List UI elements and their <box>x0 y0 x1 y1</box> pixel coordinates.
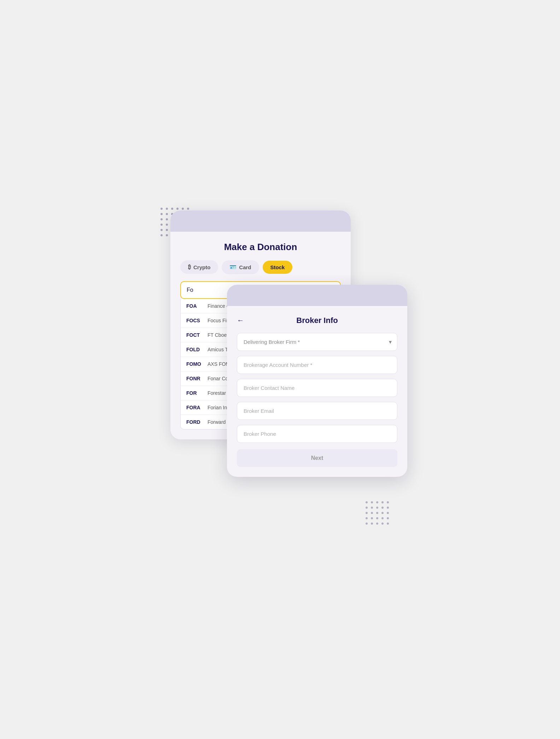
tab-card-label: Card <box>239 264 251 270</box>
scene: Make a Donation ₿ Crypto 🪪 Card Stock FO… <box>170 210 390 529</box>
next-button[interactable]: Next <box>237 449 397 467</box>
svg-point-59 <box>381 523 384 525</box>
svg-point-30 <box>161 234 163 236</box>
svg-point-25 <box>166 229 168 231</box>
svg-point-46 <box>366 512 368 514</box>
svg-point-53 <box>376 517 378 519</box>
svg-point-39 <box>381 501 384 503</box>
svg-point-6 <box>161 213 163 215</box>
svg-point-55 <box>387 517 389 519</box>
card-icon: 🪪 <box>229 264 237 271</box>
tab-stock[interactable]: Stock <box>263 261 293 274</box>
svg-point-1 <box>166 208 168 210</box>
svg-point-37 <box>371 501 373 503</box>
svg-point-54 <box>381 517 384 519</box>
svg-point-3 <box>176 208 179 210</box>
tab-card[interactable]: 🪪 Card <box>222 260 259 274</box>
svg-point-58 <box>376 523 378 525</box>
broker-info-card: ← Broker Info Delivering Broker Firm * ▾… <box>227 285 407 477</box>
svg-point-52 <box>371 517 373 519</box>
ticker-for: FOR <box>186 390 208 396</box>
ticker-fold: FOLD <box>186 347 208 352</box>
svg-point-43 <box>376 507 378 509</box>
svg-point-24 <box>161 229 163 231</box>
back-arrow-icon[interactable]: ← <box>237 316 244 324</box>
donation-card-header <box>170 210 351 232</box>
svg-point-44 <box>381 507 384 509</box>
bitcoin-icon: ₿ <box>188 264 191 270</box>
svg-point-56 <box>366 523 368 525</box>
ticker-ford: FORD <box>186 419 208 425</box>
dots-decoration-bottomright <box>365 501 393 529</box>
svg-point-45 <box>387 507 389 509</box>
delivering-broker-wrapper: Delivering Broker Firm * ▾ <box>237 333 397 351</box>
brokerage-account-input[interactable] <box>237 356 397 374</box>
broker-contact-input[interactable] <box>237 379 397 397</box>
svg-point-42 <box>371 507 373 509</box>
broker-phone-input[interactable] <box>237 425 397 443</box>
tab-crypto[interactable]: ₿ Crypto <box>180 260 218 274</box>
svg-point-57 <box>371 523 373 525</box>
broker-email-input[interactable] <box>237 402 397 420</box>
svg-point-60 <box>387 523 389 525</box>
ticker-foa: FOA <box>186 303 208 309</box>
ticker-fomo: FOMO <box>186 361 208 367</box>
ticker-foct: FOCT <box>186 332 208 338</box>
svg-point-38 <box>376 501 378 503</box>
delivering-broker-select[interactable]: Delivering Broker Firm * <box>237 333 397 351</box>
svg-point-49 <box>381 512 384 514</box>
broker-info-title: Broker Info <box>237 316 397 325</box>
svg-point-19 <box>166 224 168 226</box>
svg-point-31 <box>166 234 168 236</box>
tab-stock-label: Stock <box>270 264 285 270</box>
svg-point-36 <box>366 501 368 503</box>
svg-point-0 <box>161 208 163 210</box>
svg-point-13 <box>166 218 168 220</box>
svg-point-12 <box>161 218 163 220</box>
broker-nav: ← Broker Info <box>237 316 397 325</box>
svg-point-5 <box>187 208 189 210</box>
donation-title: Make a Donation <box>180 242 341 253</box>
tab-crypto-label: Crypto <box>193 264 210 270</box>
svg-point-18 <box>161 224 163 226</box>
svg-point-41 <box>366 507 368 509</box>
svg-point-4 <box>182 208 184 210</box>
broker-card-header <box>227 285 407 306</box>
ticker-focs: FOCS <box>186 318 208 323</box>
svg-point-40 <box>387 501 389 503</box>
svg-point-2 <box>171 208 173 210</box>
svg-point-7 <box>166 213 168 215</box>
ticker-fonr: FONR <box>186 376 208 381</box>
svg-point-50 <box>387 512 389 514</box>
svg-point-48 <box>376 512 378 514</box>
payment-tabs: ₿ Crypto 🪪 Card Stock <box>180 260 341 274</box>
svg-point-51 <box>366 517 368 519</box>
svg-point-47 <box>371 512 373 514</box>
ticker-fora: FORA <box>186 405 208 410</box>
